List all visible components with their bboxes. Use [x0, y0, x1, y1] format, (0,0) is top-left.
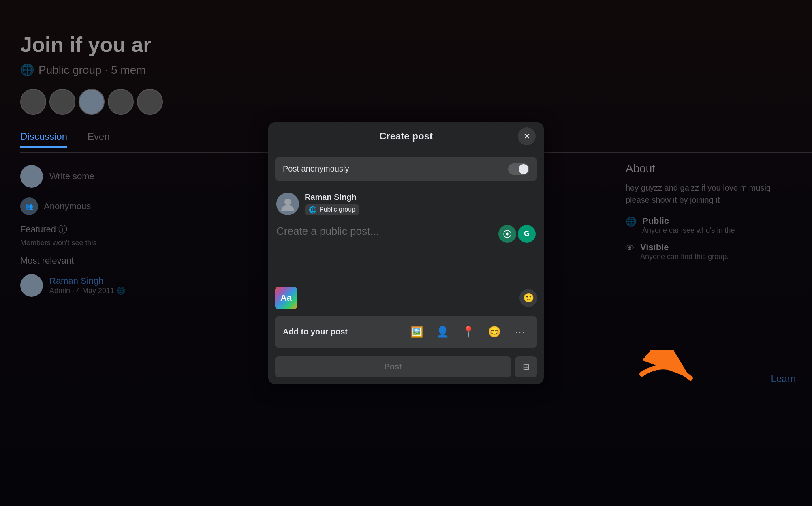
text-format-icon: Aa [275, 287, 297, 309]
anonymous-toggle-switch[interactable] [508, 163, 529, 175]
emoji-feeling-icon: 😊 [488, 326, 501, 338]
add-photo-button[interactable]: 🖼️ [408, 323, 425, 341]
toggle-knob [519, 164, 528, 174]
modal-close-button[interactable]: ✕ [518, 127, 536, 145]
smiley-icon: 🙂 [523, 293, 534, 303]
anonymous-label: Post anonymously [283, 164, 349, 174]
post-placeholder: Create a public post... [276, 225, 536, 238]
location-pin-icon: 📍 [462, 326, 475, 338]
post-textarea-area[interactable]: Create a public post... G [268, 219, 544, 283]
close-icon: ✕ [524, 131, 530, 141]
post-secondary-button[interactable]: ⊞ [515, 356, 537, 377]
post-button-row: Post ⊞ [268, 352, 544, 384]
meta-ai-button[interactable] [498, 225, 516, 243]
user-info-section: Raman Singh 🌐 Public group [268, 188, 544, 219]
text-format-button[interactable]: Aa [275, 287, 297, 309]
add-to-post-section: Add to your post 🖼️ 👤 📍 😊 ··· [275, 316, 537, 348]
ai-icons-row: G [498, 225, 536, 243]
table-icon: ⊞ [523, 362, 530, 372]
modal-backdrop: Create post ✕ Post anonymously Raman Si [0, 0, 812, 506]
modal-header: Create post ✕ [268, 122, 544, 150]
post-button[interactable]: Post [275, 356, 511, 377]
modal-title: Create post [379, 131, 433, 142]
add-emoji-button[interactable]: 😊 [485, 323, 503, 341]
add-to-post-icons: 🖼️ 👤 📍 😊 ··· [408, 323, 529, 341]
emoji-smiley-button[interactable]: 🙂 [519, 289, 537, 307]
svg-point-1 [284, 199, 291, 205]
add-location-button[interactable]: 📍 [459, 323, 477, 341]
user-avatar [276, 193, 299, 215]
photo-icon: 🖼️ [410, 326, 423, 338]
add-more-button[interactable]: ··· [511, 323, 529, 341]
tag-person-icon: 👤 [436, 326, 449, 338]
anonymous-toggle-row: Post anonymously [275, 157, 537, 181]
group-globe-icon: 🌐 [309, 206, 317, 214]
add-tag-button[interactable]: 👤 [434, 323, 451, 341]
post-bottom-bar: Aa 🙂 [268, 283, 544, 313]
orange-arrow-pointer [634, 350, 699, 399]
user-details: Raman Singh 🌐 Public group [305, 193, 359, 215]
create-post-modal: Create post ✕ Post anonymously Raman Si [268, 122, 544, 384]
user-group-label: Public group [319, 206, 355, 213]
more-options-icon: ··· [515, 327, 525, 337]
grammarly-button[interactable]: G [518, 225, 536, 243]
user-group-badge[interactable]: 🌐 Public group [305, 204, 359, 215]
add-to-post-label: Add to your post [283, 327, 348, 337]
user-name: Raman Singh [305, 193, 359, 202]
